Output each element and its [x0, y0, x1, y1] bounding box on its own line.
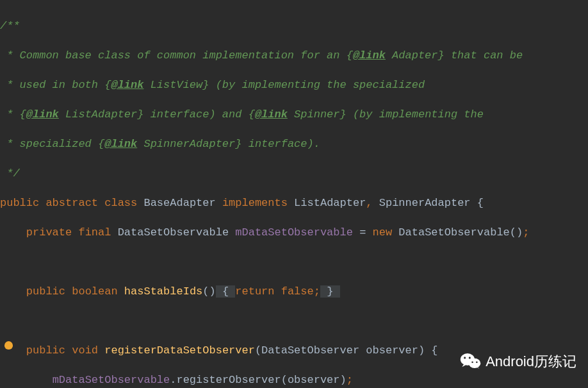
svg-point-2 [464, 357, 466, 358]
javadoc-line: * {@link ListAdapter} interface) and {@l… [0, 108, 484, 121]
code-fold-region[interactable]: { [216, 285, 236, 298]
method-hasStableIds: public boolean hasStableIds() { return f… [0, 284, 588, 299]
svg-point-4 [471, 361, 473, 363]
javadoc-link-tag: @link [255, 108, 288, 121]
class-signature: public abstract class BaseAdapter implem… [0, 196, 588, 210]
svg-point-5 [476, 361, 478, 363]
watermark: Android历练记 [460, 352, 576, 370]
javadoc-line: /** [0, 20, 20, 32]
svg-point-1 [469, 358, 481, 368]
javadoc-line: * specialized {@link SpinnerAdapter} int… [0, 138, 320, 150]
javadoc-line: */ [0, 167, 20, 180]
javadoc-link-tag: @link [353, 49, 386, 62]
javadoc-line: * Common base class of common implementa… [0, 49, 523, 62]
svg-point-3 [469, 357, 471, 358]
javadoc-link-tag: @link [111, 79, 143, 91]
wechat-icon [460, 352, 482, 370]
javadoc-line: * used in both {@link ListView} (by impl… [0, 79, 425, 91]
intention-bulb-icon[interactable] [4, 341, 13, 350]
field-declaration: private final DataSetObservable mDataSet… [0, 225, 588, 240]
watermark-text: Android历练记 [486, 354, 576, 369]
javadoc-link-tag: @link [104, 138, 137, 150]
code-fold-region[interactable]: } [320, 285, 340, 298]
javadoc-link-tag: @link [26, 108, 59, 121]
method-body: mDataSetObservable.registerObserver(obse… [0, 373, 588, 387]
code-editor[interactable]: /** * Common base class of common implem… [0, 0, 588, 388]
